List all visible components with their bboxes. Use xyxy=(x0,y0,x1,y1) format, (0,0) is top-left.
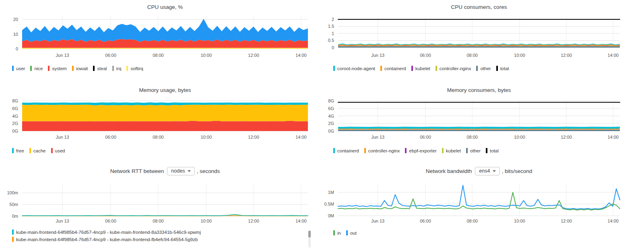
legend-label: in xyxy=(337,231,341,235)
legend-item-containerd[interactable]: containerd xyxy=(380,66,406,71)
legend-item-user[interactable]: user xyxy=(12,66,25,71)
title-dropdown[interactable]: nodes xyxy=(167,167,195,175)
legend: freecacheused xyxy=(12,148,65,153)
x-tick-label: 06:00 xyxy=(105,219,116,223)
legend-swatch xyxy=(405,148,407,153)
series-area-other xyxy=(338,130,620,131)
legend-label: containerd xyxy=(384,66,406,71)
chart-title-text: CPU usage, % xyxy=(147,4,183,10)
y-tick-label: 6G xyxy=(12,106,18,111)
y-tick-label: 1.5 xyxy=(328,24,334,29)
legend-swatch xyxy=(48,66,50,71)
legend-item-free[interactable]: free xyxy=(12,148,24,153)
legend-item-used[interactable]: used xyxy=(51,148,65,153)
x-tick-label: 06:00 xyxy=(420,135,431,140)
legend: usernicesystemiowaitstealirqsoftirq xyxy=(12,66,143,71)
legend-item-in[interactable]: in xyxy=(333,230,341,235)
legend-item-iowait[interactable]: iowait xyxy=(72,66,88,71)
legend-swatch xyxy=(333,66,335,71)
legend-swatch xyxy=(442,148,444,153)
chart-title: CPU usage, % xyxy=(22,4,308,10)
legend-label: other xyxy=(470,148,481,153)
legend-swatch xyxy=(486,148,487,153)
legend-item-out[interactable]: out xyxy=(346,230,357,235)
chart-title-text: Network bandwidth xyxy=(426,168,474,174)
legend-item-total[interactable]: total xyxy=(486,148,499,153)
x-tick-label: 14:00 xyxy=(295,219,307,223)
legend-item-other[interactable]: other xyxy=(466,148,481,153)
series-area-kubelet xyxy=(338,129,620,130)
y-tick-label: 0.5M xyxy=(324,202,334,206)
x-tick-label: 14:00 xyxy=(295,53,307,58)
legend-item-kubelet[interactable]: kubelet xyxy=(442,148,461,153)
x-tick-label: 12:00 xyxy=(561,53,572,58)
chart-title: Memory consumers, bytes xyxy=(338,87,620,93)
chart-title-text: Network RTT between xyxy=(110,168,166,174)
x-tick-label: 12:00 xyxy=(561,219,572,223)
legend-item-kube-main-frontend-64f98[interactable]: kube-main-frontend-64f985b4-76d57-4ncp9 … xyxy=(12,229,201,235)
x-tick-label: 06:00 xyxy=(105,53,116,58)
legend-item-kube-main-frontend-64f98[interactable]: kube-main-frontend-64f985b4-76d57-4ncp9 … xyxy=(12,237,198,242)
x-tick-label: Jun 13 xyxy=(371,53,384,58)
chart-card-cpu-usage: CPU usage, % Jun 1306:0008:0010:0012:001… xyxy=(0,0,322,81)
legend-item-ebpf-exporter[interactable]: ebpf-exporter xyxy=(405,148,436,153)
y-tick-label: 2G xyxy=(328,121,334,126)
x-tick-label: 06:00 xyxy=(420,53,431,58)
x-tick-label: 10:00 xyxy=(200,219,212,223)
x-tick-label: 12:00 xyxy=(248,219,259,223)
legend-swatch xyxy=(496,66,498,71)
y-tick-label: 0.5 xyxy=(328,38,334,43)
y-tick-label: 50m xyxy=(10,202,18,207)
x-tick-label: 10:00 xyxy=(514,135,525,140)
legend-swatch xyxy=(380,66,382,71)
legend-item-total[interactable]: total xyxy=(496,66,509,71)
y-tick-label: 4G xyxy=(328,114,334,119)
series-area-softirq xyxy=(22,48,308,49)
chart-title-text: Memory usage, bytes xyxy=(139,87,191,93)
y-tick-label: 1 xyxy=(332,31,334,36)
legend-swatch xyxy=(346,230,348,235)
y-tick-label: 20 xyxy=(13,17,18,22)
scrollbar-thumb[interactable] xyxy=(308,231,311,237)
x-tick-label: 14:00 xyxy=(607,219,619,223)
legend-item-nice[interactable]: nice xyxy=(30,66,43,71)
y-tick-label: 8G xyxy=(328,98,334,103)
legend: coroot-node-agentcontainerdkubeletcontro… xyxy=(333,66,509,71)
legend-label: ebpf-exporter xyxy=(409,148,436,153)
chart-title-suffix: , seconds xyxy=(196,168,220,174)
legend-scrollbar[interactable] xyxy=(308,231,311,248)
legend-swatch xyxy=(333,148,335,153)
legend-item-irq[interactable]: irq xyxy=(112,66,122,71)
title-dropdown[interactable]: ens4 xyxy=(475,167,500,175)
legend-item-other[interactable]: other xyxy=(476,66,491,71)
legend-item-cache[interactable]: cache xyxy=(29,148,46,153)
legend-label: kube-main-frontend-64f985b4-76d57-4ncp9 … xyxy=(16,237,198,242)
x-tick-label: 08:00 xyxy=(466,135,478,140)
series-line-in xyxy=(338,192,620,210)
legend-swatch xyxy=(476,66,478,71)
x-tick-label: Jun 13 xyxy=(56,219,69,223)
y-tick-label: 0 xyxy=(16,46,18,51)
series-area-containerd xyxy=(338,127,620,129)
y-tick-label: 2 xyxy=(332,17,334,22)
legend-item-softirq[interactable]: softirq xyxy=(126,66,143,71)
chart-title: CPU consumers, cores xyxy=(338,4,620,10)
legend-label: cache xyxy=(33,148,46,153)
y-tick-label: 10 xyxy=(13,32,18,37)
legend-item-containerd[interactable]: containerd xyxy=(333,148,359,153)
legend-label: total xyxy=(490,148,499,153)
legend-swatch xyxy=(466,148,468,153)
legend-label: kube-main-frontend-64f985b4-76d57-4ncp9 … xyxy=(16,230,201,235)
y-tick-label: 100m xyxy=(7,190,18,195)
legend: inout xyxy=(333,230,357,235)
legend-swatch xyxy=(12,148,14,153)
legend-item-system[interactable]: system xyxy=(48,66,66,71)
legend-item-controller-nginx[interactable]: controller-nginx xyxy=(364,148,400,153)
legend-item-steal[interactable]: steal xyxy=(93,66,107,71)
legend-item-controller-nginx[interactable]: controller-nginx xyxy=(436,66,471,71)
series-area-iowait xyxy=(22,48,308,48)
legend-item-coroot-node-agent[interactable]: coroot-node-agent xyxy=(333,66,375,71)
legend-item-kubelet[interactable]: kubelet xyxy=(411,66,430,71)
series-line-kube-main-frontend-64f985b4-76d57-4ncp9 - kube-main-frontend-8a33341b-546c9-xpwmj xyxy=(22,215,308,216)
chart-card-memory-usage: Memory usage, bytes Jun 1306:0008:0010:0… xyxy=(0,81,322,161)
